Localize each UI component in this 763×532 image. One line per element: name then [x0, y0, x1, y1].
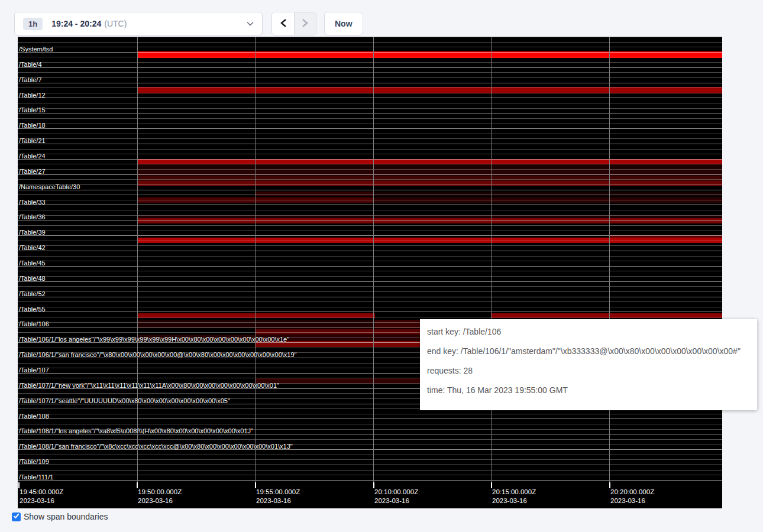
span-boundaries-checkbox[interactable] — [12, 512, 21, 521]
span-boundary-line — [18, 62, 722, 63]
row-label: /Table/107/1/"new york"/"\x11\x11\x11\x1… — [19, 382, 279, 389]
row-label: /System/tsd — [19, 46, 53, 53]
span-boundary-line — [18, 118, 722, 119]
tooltip-requests: requests: 28 — [427, 365, 750, 377]
span-boundary-line — [18, 164, 722, 164]
span-boundary-line — [18, 103, 722, 103]
row-label: /Table/107 — [19, 366, 49, 374]
heat-band — [137, 170, 722, 176]
span-boundary-line — [18, 154, 722, 154]
time-range-select[interactable]: 1h 19:24 - 20:24 (UTC) — [14, 12, 263, 35]
heat-band — [137, 176, 722, 181]
span-boundary-line — [18, 174, 722, 175]
span-boundary-line — [18, 475, 722, 475]
row-label: /Table/18 — [19, 122, 46, 129]
heatmap-canvas[interactable]: /System/tsd/Table/4/Table/7/Table/12/Tab… — [18, 37, 722, 508]
time-gridline — [137, 37, 138, 488]
row-label: /Table/106 — [19, 320, 49, 327]
span-boundary-line — [18, 113, 722, 113]
row-label: /Table/45 — [19, 259, 46, 267]
span-boundary-line — [18, 67, 722, 68]
row-label: /Table/12 — [19, 92, 46, 99]
span-boundary-line — [18, 98, 722, 98]
span-boundary-line — [18, 439, 722, 440]
checkbox-label: Show span boundaries — [24, 512, 108, 521]
span-boundary-line — [18, 455, 722, 455]
span-boundary-line — [18, 251, 722, 251]
row-label: /Table/15 — [19, 106, 46, 113]
span-boundary-line — [18, 52, 722, 53]
axis-time-label: 19:55:00.000Z2023-03-16 — [256, 488, 300, 505]
row-label: /Table/107/1/"seattle"/"UUUUUUD\x00\x80\… — [19, 397, 230, 404]
span-boundary-line — [18, 245, 722, 246]
axis-time-label: 19:50:00.000Z2023-03-16 — [138, 488, 182, 505]
span-boundary-line — [18, 281, 722, 282]
row-label: /Table/52 — [19, 290, 46, 297]
span-boundary-line — [18, 419, 722, 419]
previous-range-button[interactable] — [272, 12, 294, 35]
row-label: /Table/106/1/"los angeles"/"\x99\x99\x99… — [19, 336, 289, 343]
span-boundary-line — [18, 138, 722, 139]
span-boundary-line — [18, 231, 722, 231]
span-boundary-line — [18, 72, 722, 73]
span-boundary-line — [18, 134, 722, 134]
next-range-button-disabled[interactable] — [294, 12, 316, 35]
axis-time-label: 20:20:00.000Z2023-03-16 — [610, 488, 654, 505]
span-boundary-line — [18, 194, 722, 195]
span-boundary-line — [18, 42, 722, 43]
span-boundary-line — [18, 37, 722, 37]
axis-time-label: 19:45:00.000Z2023-03-16 — [20, 488, 63, 505]
tooltip-end-key: end key: /Table/106/1/"amsterdam"/"\xb33… — [427, 345, 750, 357]
span-boundary-line — [18, 220, 722, 220]
span-boundary-line — [18, 271, 722, 271]
tooltip-start-key: start key: /Table/106 — [427, 326, 750, 338]
time-gridline — [373, 37, 374, 488]
span-boundary-line — [18, 286, 722, 287]
span-boundary-line — [18, 261, 722, 261]
span-tooltip: start key: /Table/106 end key: /Table/10… — [420, 319, 757, 410]
span-boundary-line — [18, 149, 722, 150]
row-label: /Table/33 — [19, 199, 46, 206]
span-boundary-line — [18, 301, 722, 302]
span-boundary-line — [18, 210, 722, 210]
span-boundary-line — [18, 414, 722, 414]
row-label: /Table/39 — [19, 229, 46, 236]
chevron-left-icon — [280, 18, 287, 30]
time-gridline — [491, 37, 492, 488]
span-boundary-line — [18, 205, 722, 205]
span-boundary-line — [18, 77, 722, 78]
now-button[interactable]: Now — [324, 12, 363, 35]
chevron-right-icon — [302, 18, 309, 30]
row-label: /Table/27 — [19, 168, 46, 175]
span-boundary-line — [18, 276, 722, 277]
span-boundary-line — [18, 215, 722, 216]
span-boundary-line — [18, 312, 722, 312]
row-label: /Table/48 — [19, 275, 46, 282]
span-boundary-line — [18, 459, 722, 460]
span-boundary-line — [18, 184, 722, 185]
row-label: /Table/108/1/"los angeles"/"\xa8\xf5\u00… — [19, 427, 253, 434]
span-boundary-line — [18, 87, 722, 88]
axis-time-label: 20:15:00.000Z2023-03-16 — [492, 488, 536, 505]
span-boundary-line — [18, 83, 722, 83]
chevron-down-icon — [247, 21, 254, 26]
span-boundary-line — [18, 159, 722, 160]
span-boundary-line — [18, 93, 722, 93]
span-boundary-line — [18, 480, 722, 481]
time-nav-group — [271, 12, 316, 35]
axis-time-label: 20:10:00.000Z2023-03-16 — [374, 488, 418, 505]
row-label: /Table/7 — [19, 76, 42, 83]
row-label: /Table/108 — [19, 413, 49, 420]
row-label: /NamespaceTable/30 — [19, 183, 80, 190]
span-boundary-line — [18, 57, 722, 57]
span-boundary-line — [18, 241, 722, 241]
row-label: /Table/21 — [19, 137, 46, 144]
span-boundary-line — [18, 256, 722, 257]
span-boundary-line — [18, 108, 722, 109]
span-boundary-line — [18, 297, 722, 297]
tooltip-time: time: Thu, 16 Mar 2023 19:55:00 GMT — [427, 384, 750, 396]
range-text: 19:24 - 20:24 — [51, 19, 101, 28]
row-label: /Table/36 — [19, 213, 46, 220]
row-label: /Table/111/1 — [19, 473, 53, 481]
span-boundary-line — [18, 124, 722, 124]
